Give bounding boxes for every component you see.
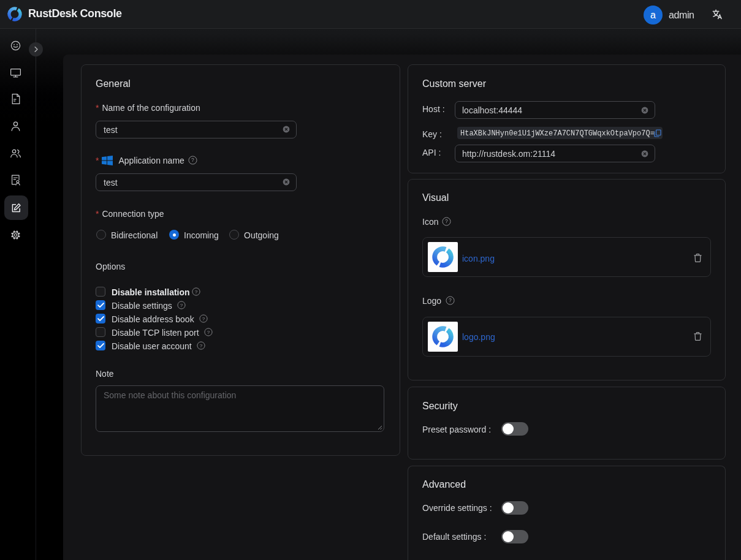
svg-text:?: ? [445, 218, 448, 224]
svg-text:?: ? [207, 330, 210, 335]
svg-text:?: ? [200, 343, 203, 349]
svg-text:?: ? [195, 289, 198, 295]
svg-text:?: ? [191, 157, 194, 163]
svg-text:?: ? [202, 316, 205, 322]
svg-text:?: ? [180, 303, 183, 308]
svg-text:?: ? [449, 297, 452, 303]
